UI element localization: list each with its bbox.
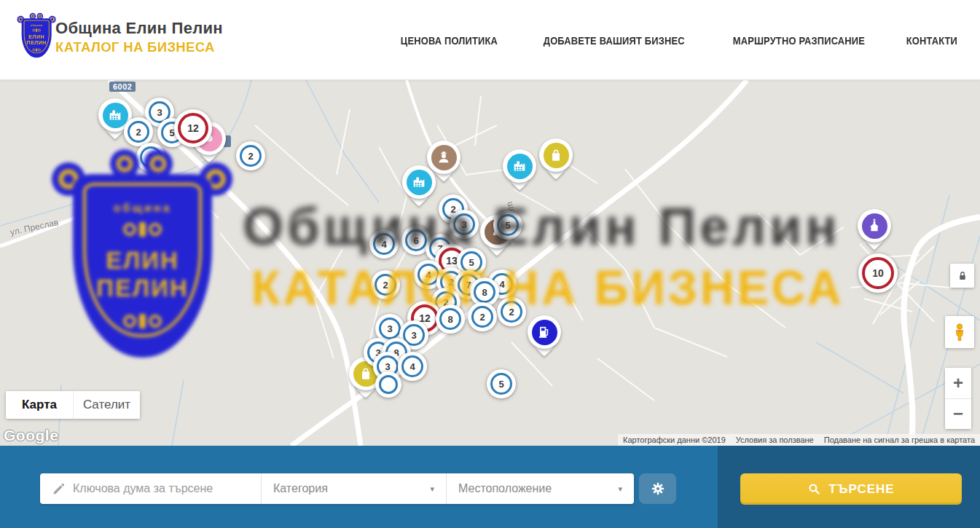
cluster-marker[interactable]: 10 xyxy=(858,253,898,293)
factory-icon xyxy=(511,158,528,174)
cluster-count: 10 xyxy=(862,257,894,289)
cluster-count: 6 xyxy=(405,229,427,251)
google-logo[interactable]: Google xyxy=(4,427,58,444)
lock-icon xyxy=(956,269,969,283)
search-fields: Категория ▾ Местоположение ▾ xyxy=(40,473,634,504)
cluster-count: 4 xyxy=(401,355,423,377)
zoom-in-button[interactable]: + xyxy=(945,368,971,399)
cluster-count: 5 xyxy=(497,214,519,236)
pin-marker[interactable] xyxy=(539,138,573,172)
location-select-label: Местоположение xyxy=(458,482,552,495)
fuel-icon xyxy=(536,324,552,340)
gear-icon xyxy=(650,481,666,497)
cluster-marker[interactable]: 2 xyxy=(468,302,497,331)
cluster-marker[interactable]: 2 xyxy=(236,141,265,170)
site-subtitle: КАТАЛОГ НА БИЗНЕСА xyxy=(55,39,218,55)
search-icon xyxy=(807,482,821,496)
search-panel: Категория ▾ Местоположение ▾ xyxy=(0,446,980,528)
cluster-count: 2 xyxy=(471,306,493,328)
terms-link[interactable]: Условия за ползване xyxy=(731,436,819,444)
pin-marker[interactable] xyxy=(503,149,536,183)
nav-item-add-business[interactable]: ДОБАВЕТЕ ВАШИЯТ БИЗНЕС xyxy=(544,34,685,47)
search-button-label: ТЪРСЕНЕ xyxy=(828,482,894,497)
map-type-map-button[interactable]: Карта xyxy=(6,391,73,419)
map-type-satellite-button[interactable]: Сателит xyxy=(73,391,140,419)
main-nav: ЦЕНОВА ПОЛИТИКА ДОБАВЕТЕ ВАШИЯТ БИЗНЕС М… xyxy=(393,0,962,80)
crest-name-line2: ПЕЛИН xyxy=(27,40,47,46)
map-type-toggle: Карта Сателит xyxy=(6,391,140,419)
nav-item-route-schedule[interactable]: МАРШРУТНО РАЗПИСАНИЕ xyxy=(733,34,865,47)
google-map[interactable]: ул. Преславбул. „Новоселщи"6002 32512222… xyxy=(0,80,980,446)
pegman-icon xyxy=(950,321,969,343)
bag-icon xyxy=(548,147,564,163)
report-error-link[interactable]: Подаване на сигнал за грешка в картата xyxy=(819,436,980,444)
cluster-count: 2 xyxy=(128,121,149,143)
cluster-marker[interactable]: 2 xyxy=(371,270,400,299)
nav-item-pricing[interactable]: ЦЕНОВА ПОЛИТИКА xyxy=(401,34,498,47)
cluster-marker[interactable]: 4 xyxy=(369,229,399,259)
church-icon xyxy=(866,218,882,234)
cluster-count: 2 xyxy=(375,274,396,296)
category-select-label: Категория xyxy=(273,482,328,495)
keyword-search-input[interactable] xyxy=(73,482,240,495)
municipality-crest-logo: община ЕЛИН ПЕЛИН xyxy=(19,15,54,58)
cluster-count: 2 xyxy=(140,146,162,168)
cluster-marker[interactable]: 4 xyxy=(398,352,427,381)
location-select[interactable]: Местоположение ▾ xyxy=(446,473,634,504)
cluster-marker[interactable]: 2 xyxy=(497,297,526,326)
cluster-count: 2 xyxy=(501,301,522,323)
factory-icon xyxy=(411,174,427,190)
category-select[interactable]: Категория ▾ xyxy=(261,473,446,504)
crest-shield: община ЕЛИН ПЕЛИН xyxy=(22,18,52,58)
crest-ornament xyxy=(32,48,40,51)
chevron-down-icon: ▾ xyxy=(430,484,434,494)
cluster-count: 3 xyxy=(379,318,401,339)
search-button[interactable]: ТЪРСЕНЕ xyxy=(740,473,962,505)
cluster-count xyxy=(379,375,398,394)
pencil-icon xyxy=(52,482,66,496)
pin-marker[interactable] xyxy=(402,165,436,199)
site-title: Община Елин Пелин xyxy=(55,19,223,38)
advanced-settings-button[interactable] xyxy=(639,473,676,504)
cluster-count: 4 xyxy=(373,233,395,255)
cluster-marker[interactable]: 3 xyxy=(450,210,479,239)
pin-marker[interactable] xyxy=(858,209,891,243)
keyword-field-wrap xyxy=(40,473,261,504)
pin-marker[interactable] xyxy=(427,141,460,174)
lock-button[interactable] xyxy=(950,264,974,288)
pegman-button[interactable] xyxy=(945,316,974,348)
cluster-marker[interactable]: 2 xyxy=(136,143,165,172)
worker-icon xyxy=(436,149,452,165)
cluster-count: 5 xyxy=(490,373,512,395)
map-copyright: Картографски данни ©2019 xyxy=(618,436,731,444)
chevron-down-icon: ▾ xyxy=(618,484,622,494)
cluster-marker[interactable] xyxy=(375,371,401,398)
zoom-out-button[interactable]: − xyxy=(945,399,971,430)
pin-marker[interactable] xyxy=(528,315,561,349)
crest-ornament xyxy=(32,28,40,31)
zoom-control: + − xyxy=(945,368,971,429)
cluster-marker[interactable]: 5 xyxy=(487,369,516,398)
nav-item-contacts[interactable]: КОНТАКТИ xyxy=(906,34,957,47)
crest-name-line1: ЕЛИН xyxy=(28,34,44,40)
cluster-count: 8 xyxy=(474,281,495,303)
crest-town-word: община xyxy=(31,24,43,27)
header: община ЕЛИН ПЕЛИН Община Елин Пелин КАТА… xyxy=(0,0,980,80)
bag-icon xyxy=(358,366,374,382)
cluster-marker[interactable]: 2 xyxy=(124,117,153,146)
cluster-count: 8 xyxy=(439,308,461,330)
map-attribution: Картографски данни ©2019 Условия за полз… xyxy=(618,434,980,446)
cluster-count: 3 xyxy=(453,213,475,235)
map-markers-layer: 3251222235647135422748222128333834510 xyxy=(0,80,980,446)
cluster-marker[interactable]: 8 xyxy=(436,304,465,334)
cluster-count: 2 xyxy=(240,145,262,167)
cluster-marker[interactable]: 5 xyxy=(493,210,522,240)
cluster-marker[interactable]: 12 xyxy=(174,109,212,147)
factory-icon xyxy=(107,107,123,123)
cluster-count: 12 xyxy=(178,113,208,143)
brand[interactable]: община ЕЛИН ПЕЛИН Община Елин Пелин КАТА… xyxy=(19,15,325,67)
